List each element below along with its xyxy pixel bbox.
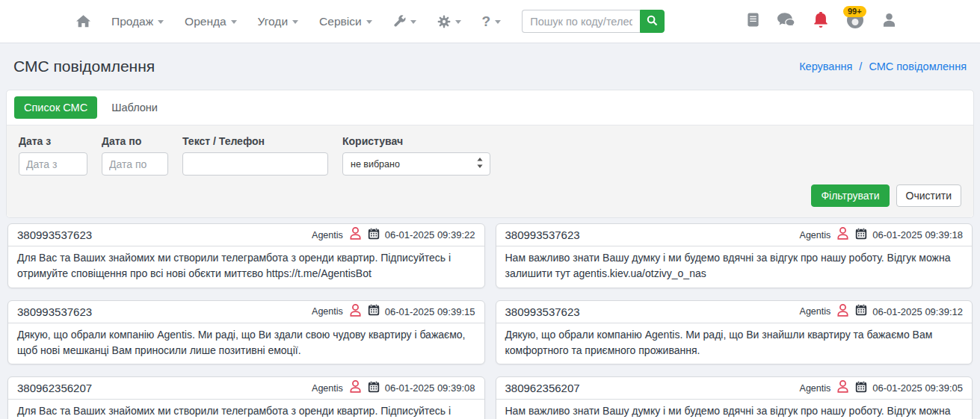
- sms-text: Для Вас та Ваших знайомих ми створили те…: [8, 246, 484, 288]
- search-button[interactable]: [640, 10, 665, 33]
- text-phone-label: Текст / Телефон: [182, 135, 328, 147]
- nav-menu-item[interactable]: Сервіси: [319, 15, 372, 28]
- sms-meta: Agentis: [312, 303, 475, 320]
- help-icon: ?: [482, 14, 491, 28]
- search-input[interactable]: [522, 10, 640, 33]
- sms-phone: 380993537623: [17, 229, 92, 241]
- nav-menu-item[interactable]: Оренда: [185, 15, 237, 28]
- nav-menu-label: Продаж: [111, 15, 153, 28]
- sms-text: Для Вас та Ваших знайомих ми створили те…: [8, 400, 484, 419]
- sms-card-header: 380962356207 Agentis: [8, 377, 484, 400]
- sms-phone: 380962356207: [17, 382, 92, 394]
- sms-datetime: 06-01-2025 09:39:05: [872, 382, 963, 394]
- filter-date-from: Дата з: [19, 135, 87, 176]
- sms-card-header: 380993537623 Agentis: [8, 224, 484, 246]
- filter-date-to: Дата по: [102, 135, 168, 176]
- nav-menu-item[interactable]: Угоди: [258, 15, 298, 28]
- sms-phone: 380962356207: [505, 382, 580, 394]
- person-outline-icon: [348, 303, 363, 320]
- chevron-down-icon: [231, 20, 237, 24]
- filter-panel: Дата з Дата по Текст / Телефон Користува…: [7, 125, 973, 217]
- tools-menu[interactable]: [393, 15, 416, 28]
- sms-card: 380962356207 Agentis: [496, 376, 973, 419]
- select-updown-icon: [476, 158, 484, 170]
- sms-text: Нам важливо знати Вашу думку і ми будемо…: [496, 400, 973, 419]
- filter-text-phone: Текст / Телефон: [182, 135, 328, 176]
- profile-button[interactable]: [882, 13, 896, 31]
- clear-button[interactable]: Очистити: [896, 184, 961, 207]
- chevron-down-icon: [495, 20, 501, 24]
- sms-phone: 380993537623: [505, 305, 580, 318]
- breadcrumb-current-link[interactable]: СМС повідомлення: [869, 60, 967, 72]
- sms-datetime: 06-01-2025 09:39:15: [385, 306, 475, 317]
- help-menu[interactable]: ?: [482, 14, 502, 28]
- tabs-bar: Список СМС Шаблони: [7, 90, 973, 125]
- settings-menu[interactable]: [437, 15, 461, 28]
- user-select-value: не вибрано: [351, 159, 400, 170]
- date-to-input[interactable]: [102, 152, 168, 176]
- breadcrumb-parent-link[interactable]: Керування: [799, 60, 852, 72]
- sms-meta: Agentis: [800, 303, 963, 320]
- notification-count-badge: 99+: [843, 6, 866, 17]
- sms-card: 380962356207 Agentis: [7, 376, 485, 419]
- calendar-icon: [855, 304, 867, 319]
- search-icon: [647, 15, 658, 28]
- sms-meta: Agentis: [312, 379, 475, 397]
- nav-menu-label: Сервіси: [319, 15, 362, 28]
- page-header: СМС повідомлення Керування / СМС повідом…: [0, 43, 980, 90]
- user-icon: [882, 13, 896, 31]
- sms-sender: Agentis: [312, 306, 343, 317]
- nav-menu-label: Угоди: [258, 15, 288, 28]
- sms-sender: Agentis: [800, 306, 831, 317]
- sms-datetime: 06-01-2025 09:39:22: [385, 229, 475, 240]
- person-outline-icon: [836, 226, 850, 243]
- sms-sender: Agentis: [312, 230, 343, 240]
- bell-icon: [813, 12, 828, 31]
- sms-card-header: 380993537623 Agentis: [496, 224, 973, 246]
- calendar-icon: [368, 228, 380, 243]
- sms-card: 380993537623 Agentis: [7, 300, 485, 365]
- date-to-label: Дата по: [102, 135, 168, 147]
- chevron-down-icon: [410, 20, 416, 24]
- nav-menu-group: Продаж Оренда Угоди Сервіси: [76, 14, 501, 28]
- sms-text: Нам важливо знати Вашу думку і ми будемо…: [496, 246, 973, 288]
- nav-menu-label: Оренда: [185, 15, 226, 28]
- nav-icon-group: 99+: [747, 11, 896, 32]
- chevron-down-icon: [455, 20, 461, 24]
- calendar-icon: [855, 381, 867, 396]
- calendar-icon: [368, 381, 380, 396]
- chat-bubbles-icon: [777, 13, 795, 31]
- wrench-icon: [393, 15, 406, 28]
- sms-card: 380993537623 Agentis: [496, 223, 973, 288]
- person-outline-icon: [836, 379, 850, 397]
- person-outline-icon: [348, 379, 363, 397]
- sms-sender: Agentis: [312, 383, 343, 394]
- tab-sms-list[interactable]: Список СМС: [14, 96, 97, 119]
- top-navbar: Продаж Оренда Угоди Сервіси: [0, 0, 980, 43]
- nav-menus: Продаж Оренда Угоди Сервіси: [111, 15, 372, 28]
- sms-meta: Agentis: [312, 226, 475, 243]
- sms-cards-grid: 380993537623 Agentis: [7, 223, 973, 419]
- messages-counter-button[interactable]: 99+: [846, 11, 864, 32]
- chat-button[interactable]: [777, 13, 795, 31]
- home-button[interactable]: [76, 15, 90, 28]
- gear-icon: [437, 15, 451, 28]
- nav-menu-item[interactable]: Продаж: [111, 15, 164, 28]
- sms-datetime: 06-01-2025 09:39:18: [872, 229, 963, 240]
- date-from-input[interactable]: [19, 152, 87, 176]
- user-select[interactable]: не вибрано: [342, 152, 490, 176]
- date-from-label: Дата з: [19, 135, 87, 147]
- notifications-button[interactable]: [813, 12, 828, 31]
- sms-datetime: 06-01-2025 09:39:12: [872, 306, 963, 317]
- filter-button[interactable]: Фільтрувати: [811, 184, 889, 207]
- breadcrumb: Керування / СМС повідомлення: [799, 60, 967, 72]
- sms-panel: Список СМС Шаблони Дата з Дата по Текст …: [6, 90, 974, 218]
- tab-templates[interactable]: Шаблони: [102, 96, 167, 119]
- calendar-icon: [855, 228, 867, 243]
- sms-text: Дякую, що обрали компанію Agentis. Ми ра…: [496, 323, 973, 364]
- journal-button[interactable]: [747, 13, 759, 30]
- user-label: Користувач: [342, 135, 490, 147]
- home-icon: [76, 15, 90, 28]
- sms-card-header: 380993537623 Agentis: [496, 301, 973, 323]
- text-phone-input[interactable]: [182, 152, 328, 176]
